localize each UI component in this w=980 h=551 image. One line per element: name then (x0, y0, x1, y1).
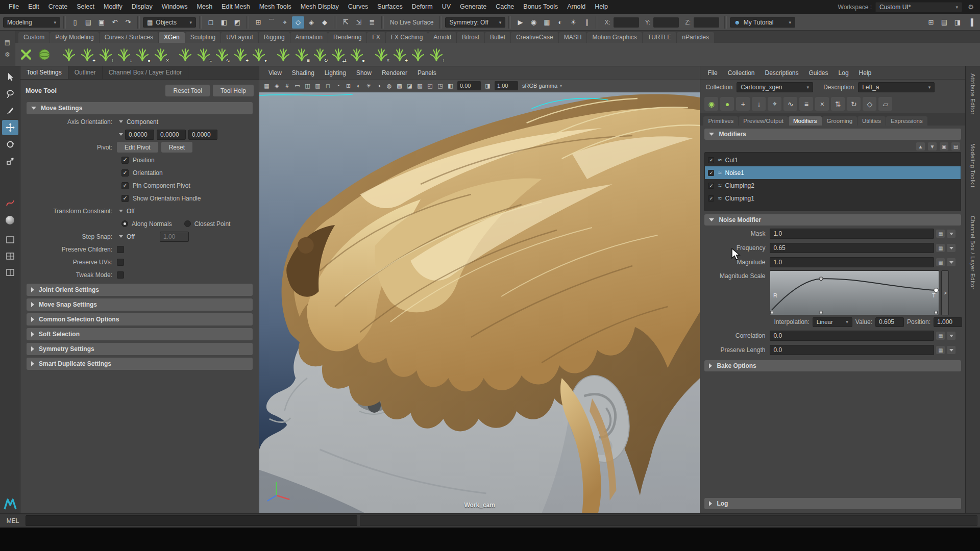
select-by-hierarchy-icon[interactable]: ◻ (205, 16, 217, 29)
step-snap-select[interactable]: Off (117, 232, 154, 242)
mel-mode-selector[interactable]: MEL (3, 517, 23, 524)
xgen-list-icon[interactable]: ≡ (799, 97, 813, 111)
menubar-item-bonus-tools[interactable]: Bonus Tools (519, 0, 562, 14)
orientation-axis-menu[interactable] (117, 130, 125, 140)
reset-pivot-button[interactable]: Reset (161, 142, 192, 153)
toggle-channel-box-icon[interactable]: ▐ (965, 16, 977, 29)
duplicate-modifier-icon[interactable]: ▣ (940, 142, 948, 151)
menubar-item-arnold[interactable]: Arnold (562, 0, 590, 14)
pause-viewport-icon[interactable]: ∥ (580, 16, 593, 29)
make-live-icon[interactable]: ◆ (318, 16, 331, 29)
xgen-import-guides-icon[interactable]: ↓ (115, 45, 133, 64)
gamma-icon[interactable]: ◨ (483, 81, 493, 91)
new-scene-icon[interactable]: ▯ (69, 16, 81, 29)
xgen-append-hair-icon[interactable]: + (391, 45, 408, 64)
gate-mask-icon[interactable]: ▥ (313, 81, 323, 91)
output-connections-icon[interactable]: ⇲ (353, 16, 365, 29)
shelf-tab-curves-surfaces[interactable]: Curves / Surfaces (100, 32, 158, 43)
hypershade-icon[interactable]: ◐ (554, 16, 566, 29)
collection-selector[interactable]: Cartoony_xgen (737, 82, 813, 92)
workspace-selector[interactable]: Custom UI* (875, 2, 962, 12)
menubar-item-select[interactable]: Select (72, 0, 99, 14)
lighting-icon[interactable]: ☀ (364, 81, 374, 91)
tool-help-button[interactable]: Tool Help (213, 85, 254, 96)
snap-to-view-plane-icon[interactable]: ◈ (305, 16, 317, 29)
attr-options-button[interactable] (947, 258, 955, 266)
transform-constraint-select[interactable]: Off (117, 206, 137, 216)
render-settings-icon[interactable]: ▦ (541, 16, 553, 29)
hud-toggle-icon[interactable]: ◐ (354, 81, 363, 91)
ramp-expand-button[interactable] (941, 270, 949, 315)
exposure-icon[interactable]: ◧ (446, 81, 455, 91)
move-modifier-down-icon[interactable]: ▼ (928, 142, 937, 151)
toggle-modeling-toolkit-icon[interactable]: ⊞ (925, 16, 937, 29)
select-by-object-icon[interactable]: ◧ (218, 16, 230, 29)
workspace-gear-icon[interactable]: ⚙ (966, 3, 976, 11)
shelf-tab-animation[interactable]: Animation (290, 32, 328, 43)
orientation-x-input[interactable]: 0.0000 (125, 130, 154, 140)
menubar-item-mesh-display[interactable]: Mesh Display (296, 0, 344, 14)
texture-map-button[interactable]: ▦ (936, 230, 945, 238)
tweak-mode-checkbox[interactable] (117, 271, 124, 279)
show-orientation-handle-checkbox[interactable] (121, 195, 129, 202)
redo-icon[interactable]: ↷ (122, 16, 134, 29)
xgen-noise-tool-icon[interactable]: ∿ (783, 97, 797, 111)
select-by-component-icon[interactable]: ◩ (231, 16, 243, 29)
xgen-clear-preview-icon[interactable]: × (373, 45, 390, 64)
shelf-tab-mash[interactable]: MASH (559, 32, 587, 43)
texture-map-button[interactable]: ▦ (936, 346, 945, 354)
mode-selector[interactable]: Modeling (3, 17, 60, 28)
paint-select-tool[interactable] (2, 103, 18, 118)
undo-icon[interactable]: ↶ (109, 16, 121, 29)
light-editor-icon[interactable]: ☀ (567, 16, 579, 29)
last-tool-used[interactable] (2, 195, 18, 211)
film-gate-icon[interactable]: ▭ (292, 81, 302, 91)
safe-title-icon[interactable]: ⊞ (344, 81, 353, 91)
xgen-tab-utilities[interactable]: Utilities (857, 116, 886, 126)
xgen-editor-icon[interactable] (17, 45, 35, 64)
closest-point-radio[interactable] (184, 220, 191, 227)
viewport-3d-canvas[interactable]: Work_cam (259, 92, 700, 513)
xgen-diamond-tool-icon[interactable]: ◇ (863, 97, 876, 111)
xgen-add-modifier-icon[interactable]: + (232, 45, 249, 64)
left-panel-tab-channel-box-layer-editor[interactable]: Channel Box / Layer Editor (103, 66, 188, 79)
soft-modification-tool[interactable] (2, 212, 18, 228)
xgen-refresh-icon[interactable]: ↻ (847, 97, 861, 111)
menubar-item-generate[interactable]: Generate (455, 0, 491, 14)
scale-tool[interactable] (2, 154, 18, 169)
section-header-symmetry-settings[interactable]: Symmetry Settings (27, 343, 253, 355)
xgen-guide-cv-icon[interactable]: ● (134, 45, 151, 64)
frequency-input[interactable]: 0.65 (770, 243, 934, 253)
orientation-z-input[interactable]: 0.0000 (188, 130, 217, 140)
modifier-enable-checkbox[interactable] (708, 157, 714, 163)
xgen-menu-log[interactable]: Log (834, 69, 854, 77)
xgen-add-guide-tool-icon[interactable]: + (736, 97, 750, 111)
gamma-input[interactable]: 1.00 (495, 81, 518, 90)
move-modifier-up-icon[interactable]: ▲ (916, 142, 925, 151)
menubar-item-deform[interactable]: Deform (407, 0, 437, 14)
left-panel-tab-outliner[interactable]: Outliner (68, 66, 103, 79)
xgen-create-guide-icon[interactable] (60, 45, 78, 64)
panel-strip-tab-modeling-toolkit[interactable]: Modeling Toolkit (970, 143, 976, 188)
attr-options-button[interactable] (947, 230, 955, 238)
texture-map-button[interactable]: ▦ (936, 258, 945, 266)
edit-pivot-button[interactable]: Edit Pivot (117, 142, 158, 153)
menubar-item-create[interactable]: Create (44, 0, 72, 14)
ambient-occlusion-icon[interactable]: ◍ (384, 81, 394, 91)
motion-blur-icon[interactable]: ▩ (395, 81, 404, 91)
shelf-tab-sculpting[interactable]: Sculpting (185, 32, 220, 43)
lock-camera-icon[interactable]: ◈ (272, 81, 282, 91)
menubar-item-uv[interactable]: UV (437, 0, 455, 14)
modifier-enable-checkbox[interactable] (708, 170, 714, 176)
menubar-item-cache[interactable]: Cache (491, 0, 519, 14)
modifier-item-clumping1[interactable]: ≈Clumping1 (705, 192, 961, 205)
preserve-children-checkbox[interactable] (117, 246, 124, 253)
mask-input[interactable]: 1.0 (770, 229, 934, 239)
save-scene-icon[interactable]: ▣ (95, 16, 108, 29)
multisample-icon[interactable]: ◪ (405, 81, 414, 91)
xgen-export-guides-icon[interactable]: ↑ (97, 45, 114, 64)
xgen-reorder-icon[interactable]: ⇅ (831, 97, 845, 111)
xgen-menu-file[interactable]: File (702, 69, 722, 77)
xgen-delete-guides-icon[interactable]: × (152, 45, 169, 64)
exposure-input[interactable]: 0.00 (457, 81, 481, 90)
